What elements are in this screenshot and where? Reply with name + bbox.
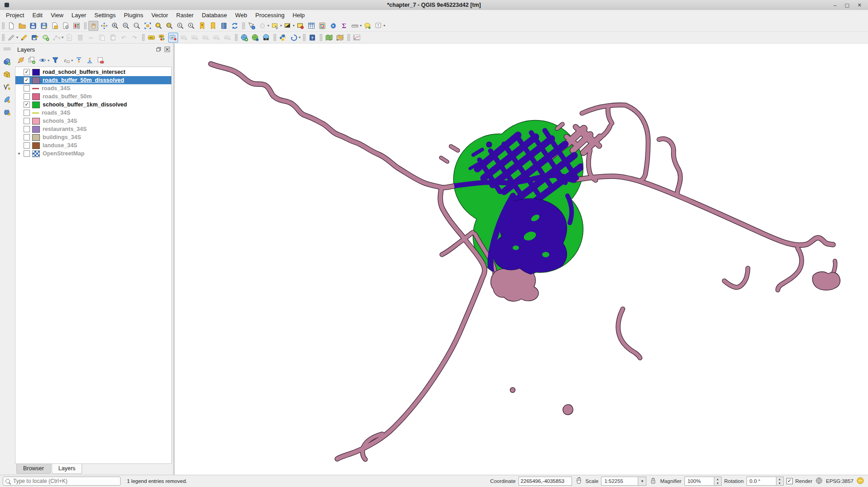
toolbar-handle[interactable] [303,34,306,41]
render-checkbox[interactable]: ✓ [786,478,793,484]
menu-raster[interactable]: Raster [172,11,198,19]
float-panel-icon[interactable] [155,46,162,53]
layer-visibility-checkbox[interactable]: ✓ [24,101,30,108]
collapse-all-button[interactable] [85,55,95,65]
map-tips-button[interactable] [363,21,373,31]
close-panel-icon[interactable] [164,46,170,53]
toolbar-handle[interactable] [3,48,10,51]
menu-vector[interactable]: Vector [147,11,172,19]
help-contents-button[interactable]: ? [307,33,317,43]
layer-row-roads_buffer_50m_disssolved[interactable]: ✓roads_buffer_50m_disssolved [15,76,171,84]
processing-history-button[interactable] [289,33,299,43]
zoom-to-layer-button[interactable] [165,21,175,31]
add-delimited-text-layer-button[interactable] [2,95,12,105]
menu-project[interactable]: Project [2,11,28,19]
open-attribute-table-button[interactable] [306,21,316,31]
dropdown-caret-icon[interactable]: ▾ [48,58,49,63]
open-project-button[interactable] [17,21,27,31]
dropdown-caret-icon[interactable]: ▾ [293,24,295,28]
geocoding-tool-button[interactable] [250,33,260,43]
refresh-map-button[interactable] [230,21,240,31]
zoom-in-button[interactable] [110,21,120,31]
menu-edit[interactable]: Edit [28,11,46,19]
toolbar-handle[interactable] [273,34,276,41]
add-vector-layer-button[interactable] [2,82,12,92]
spin-down-icon[interactable]: ▼ [776,481,783,485]
remove-layer-button[interactable] [96,55,106,65]
filter-by-expression-button[interactable]: ε [61,55,71,65]
layer-visibility-checkbox[interactable] [24,85,30,92]
measure-button[interactable] [350,21,360,31]
maximize-button[interactable]: ▢ [844,0,849,10]
new-map-view-button[interactable] [219,21,229,31]
zoom-full-button[interactable] [143,21,153,31]
layer-row-roads_34S[interactable]: roads_34S [15,109,171,117]
lock-scale-icon[interactable] [649,477,657,486]
menu-processing[interactable]: Processing [251,11,288,19]
data-source-manager-button[interactable] [2,57,12,67]
toolbar-handle[interactable] [142,34,145,41]
dropdown-caret-icon[interactable]: ▾ [383,24,385,28]
layer-row-landuse_34S[interactable]: landuse_34S [15,141,171,149]
chevron-down-icon[interactable]: ▼ [638,477,646,486]
project-properties-button[interactable] [61,21,71,31]
menu-layer[interactable]: Layer [68,11,91,19]
menu-view[interactable]: View [47,11,68,19]
layer-diagram-options-button[interactable]: abc [157,33,167,43]
spin-down-icon[interactable]: ▼ [714,481,721,485]
expander-icon[interactable]: ▾ [15,151,23,156]
layer-visibility-checkbox[interactable]: ✓ [24,77,30,83]
dropdown-caret-icon[interactable]: ▾ [267,24,269,28]
current-edits-button[interactable] [6,33,16,43]
spin-up-icon[interactable]: ▲ [714,477,721,481]
minimize-button[interactable]: – [834,0,836,10]
layer-visibility-checkbox[interactable]: ✓ [24,69,30,75]
layer-row-schools_buffer_1km_dissolved[interactable]: ✓schools_buffer_1km_dissolved [15,101,171,109]
text-annotation-button[interactable]: T [373,21,383,31]
show-bookmarks-button[interactable] [208,21,218,31]
menu-plugins[interactable]: Plugins [120,11,147,19]
layer-visibility-checkbox[interactable] [24,142,30,149]
scale-combo[interactable]: 1:52255 ▼ [601,477,646,486]
manage-map-themes-button[interactable] [38,55,48,65]
expand-all-button[interactable] [74,55,84,65]
add-group-button[interactable] [27,55,37,65]
save-layer-edits-button[interactable] [30,33,40,43]
locator-box[interactable] [3,477,121,486]
layout-manager-button[interactable] [72,21,82,31]
toolbar-handle[interactable] [242,22,245,29]
pan-map-button[interactable] [88,21,98,31]
tab-browser[interactable]: Browser [16,464,51,474]
locator-input[interactable] [12,477,118,485]
extents-icon[interactable] [575,477,583,486]
crs-globe-icon[interactable] [815,477,823,486]
toolbar-handle[interactable] [2,22,5,29]
highlight-pinned-labels-button[interactable]: ab [168,33,178,43]
dropdown-caret-icon[interactable]: ▾ [62,35,63,39]
toggle-editing-button[interactable] [19,33,29,43]
plugin-tool-b-button[interactable] [335,33,345,43]
toolbar-handle[interactable] [347,34,350,41]
save-project-as-button[interactable] [39,21,49,31]
add-virtual-layer-button[interactable] [2,107,12,117]
plugin-tool-a-button[interactable] [324,33,334,43]
close-button[interactable]: ✕ [858,0,862,10]
add-feature-button[interactable] [41,33,51,43]
new-project-button[interactable] [6,21,16,31]
menu-settings[interactable]: Settings [90,11,120,19]
toolbar-handle[interactable] [2,34,5,41]
dropdown-caret-icon[interactable]: ▾ [360,24,362,28]
processing-toolbox-button[interactable] [328,21,338,31]
tab-layers[interactable]: Layers [52,464,82,474]
zoom-to-selection-button[interactable] [154,21,164,31]
select-features-button[interactable] [270,21,280,31]
add-geopackage-layer-button[interactable] [2,69,12,79]
layer-row-buildings_34S[interactable]: buildings_34S [15,133,171,141]
messages-icon[interactable] [856,477,864,486]
profile-tool-button[interactable] [352,33,362,43]
spin-up-icon[interactable]: ▲ [776,477,783,481]
map-canvas[interactable] [174,43,868,475]
layer-visibility-checkbox[interactable] [24,110,30,116]
layer-visibility-checkbox[interactable] [24,93,30,100]
save-project-button[interactable] [28,21,38,31]
